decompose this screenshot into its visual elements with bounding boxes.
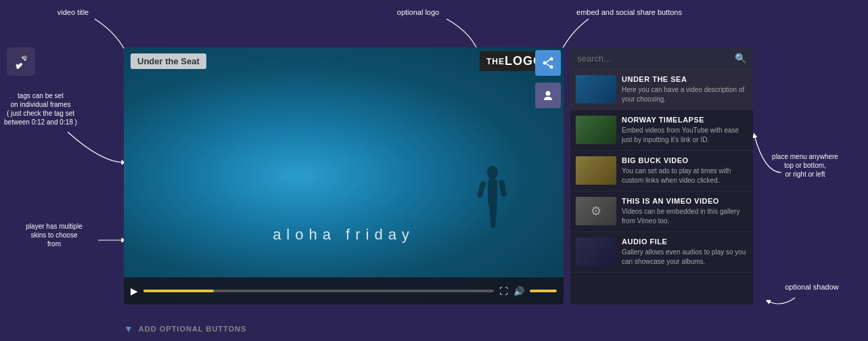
video-title-badge: Under the Seat [131,53,206,69]
progress-fill [143,290,214,292]
search-bar: 🔍 [570,47,753,70]
svg-point-29 [546,91,551,96]
svg-rect-20 [477,181,486,198]
video-list-item[interactable]: UNDER THE SEAHere you can have a video d… [570,70,753,110]
svg-text:( just check the tag set: ( just check the tag set [7,110,74,117]
svg-point-26 [543,62,547,65]
svg-text:between 0:12 and 0:18 ): between 0:12 and 0:18 ) [4,118,77,126]
video-item-desc: Here you can have a video description of… [622,85,748,104]
video-list-item[interactable]: NORWAY TIMELAPSEEmbed videos from YouTub… [570,110,753,151]
share-icon [542,57,554,69]
svg-line-27 [547,60,550,62]
video-sidebar: 🔍 UNDER THE SEAHere you can have a video… [570,47,753,304]
video-list-item[interactable]: AUDIO FILEGallery allows even audios to … [570,232,753,273]
video-item-title: NORWAY TIMELAPSE [622,116,748,124]
volume-bar[interactable] [530,290,557,292]
video-player: aloha friday Under the Seat THELOGO [124,47,564,304]
svg-text:on individual frames: on individual frames [11,101,71,108]
svg-text:embed and social share buttons: embed and social share buttons [576,8,682,16]
svg-text:top or bottom,: top or bottom, [784,162,826,169]
add-buttons-label: ADD OPTIONAL BUTTONS [139,325,247,333]
svg-text:video title: video title [58,8,89,16]
player-background: aloha friday [124,47,564,304]
search-input[interactable] [577,53,735,64]
video-item-title: BIG BUCK VIDEO [622,156,748,164]
svg-text:from: from [47,240,61,248]
video-item-desc: Embed videos from YouTube with ease just… [622,126,748,145]
search-icon: 🔍 [735,53,746,64]
player-side-buttons [532,47,564,111]
svg-text:tags can be set: tags can be set [18,92,64,99]
share-button[interactable] [535,50,561,76]
video-item-title: AUDIO FILE [622,237,748,246]
player-controls: ▶ ⛶ 🔊 [124,277,564,304]
svg-text:place menu anywhere: place menu anywhere [772,153,838,160]
pencil-icon-button[interactable] [7,47,35,76]
video-item-desc: Gallery allows even audios to play so yo… [622,248,748,267]
svg-text:or right or left: or right or left [785,170,825,178]
player-title-bar: Under the Seat THELOGO [124,47,564,74]
svg-rect-21 [499,179,507,197]
user-icon [543,90,553,101]
svg-text:skins to choose: skins to choose [31,231,78,239]
video-overlay-text: aloha friday [124,226,564,244]
svg-point-17 [23,55,27,60]
video-item-title: THIS IS AN VIMEO VIDEO [622,197,748,205]
svg-text:optional logo: optional logo [397,8,439,16]
video-list-item[interactable]: ⚙THIS IS AN VIMEO VIDEOVideos can be emb… [570,191,753,232]
svg-point-24 [550,58,553,61]
video-item-title: UNDER THE SEA [622,75,748,83]
fullscreen-button[interactable]: ⛶ [499,286,508,296]
video-item-desc: You can set ads to play at times with cu… [622,166,748,185]
svg-rect-19 [488,179,497,206]
svg-line-28 [547,64,550,66]
pencil-icon [14,54,28,69]
play-button[interactable]: ▶ [131,286,138,296]
bottom-bar[interactable]: ▼ ADD OPTIONAL BUTTONS [124,323,246,334]
expand-icon: ▼ [124,323,133,334]
svg-point-18 [487,166,498,179]
svg-point-25 [550,66,553,69]
volume-button[interactable]: 🔊 [513,286,524,296]
logo-the: THE [486,57,505,66]
svg-text:optional shadow: optional shadow [785,283,839,291]
svg-text:player has multiple: player has multiple [26,223,83,230]
video-list: UNDER THE SEAHere you can have a video d… [570,70,753,304]
user-button[interactable] [535,83,561,108]
video-item-desc: Videos can be embedded in this gallery f… [622,207,748,226]
video-list-item[interactable]: BIG BUCK VIDEOYou can set ads to play at… [570,151,753,191]
progress-bar[interactable] [143,290,494,292]
